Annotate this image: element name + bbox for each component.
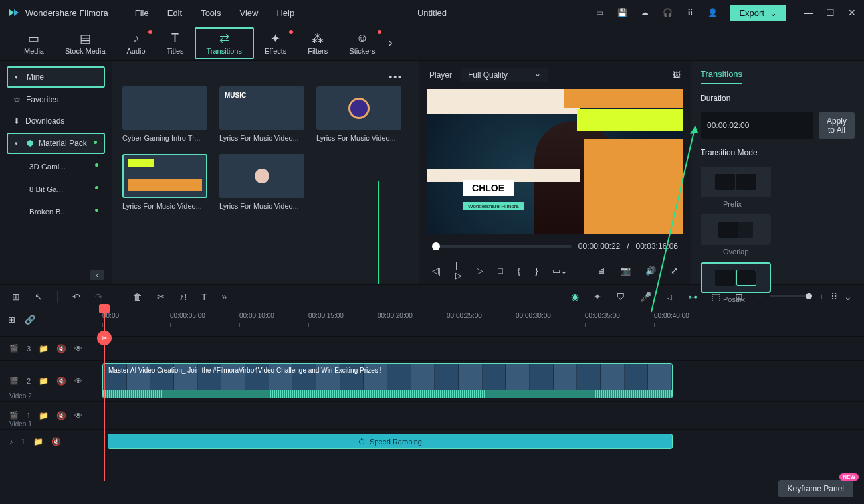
- menu-help[interactable]: Help: [276, 8, 294, 18]
- mark-in-button[interactable]: {: [518, 266, 520, 276]
- menu-view[interactable]: View: [239, 8, 258, 18]
- mute-icon[interactable]: 🔇: [56, 344, 66, 353]
- apply-all-button[interactable]: Apply to All: [819, 112, 855, 139]
- mute-icon[interactable]: 🔇: [56, 411, 66, 420]
- folder-icon[interactable]: 📁: [39, 377, 49, 386]
- visibility-icon[interactable]: 👁: [74, 411, 82, 420]
- visibility-icon[interactable]: 👁: [74, 344, 82, 353]
- tab-filters[interactable]: ⁂Filters: [297, 29, 338, 58]
- minimize-button[interactable]: —: [804, 7, 813, 18]
- ai-icon[interactable]: ◉: [571, 292, 579, 302]
- transition-thumb-selected[interactable]: Lyrics For Music Video...: [122, 154, 207, 210]
- play-button[interactable]: ▷: [477, 266, 483, 276]
- more-tools-icon[interactable]: »: [222, 292, 227, 302]
- redo-icon[interactable]: ↷: [95, 292, 103, 302]
- maximize-button[interactable]: ☐: [826, 7, 835, 18]
- display-icon[interactable]: 🖥: [597, 266, 605, 276]
- speed-ramping-clip[interactable]: ⏱Speed Ramping: [108, 434, 673, 449]
- seek-handle[interactable]: [432, 242, 440, 250]
- playhead-split-icon[interactable]: ✂: [97, 331, 112, 345]
- stop-button[interactable]: □: [498, 266, 503, 276]
- transition-thumb[interactable]: Lyrics For Music Video...: [219, 154, 304, 210]
- quality-dropdown[interactable]: Full Quality: [461, 68, 548, 82]
- tab-effects[interactable]: ✦Effects: [254, 29, 297, 58]
- snapshot-icon[interactable]: 🖼: [673, 70, 681, 80]
- device-icon[interactable]: ▭: [594, 7, 605, 18]
- tab-stock-media[interactable]: ▤Stock Media: [54, 29, 116, 58]
- close-button[interactable]: ✕: [848, 7, 856, 18]
- tabs-scroll-right[interactable]: ›: [388, 36, 392, 50]
- music-beat-icon[interactable]: ♪⁞: [179, 292, 187, 302]
- folder-icon[interactable]: 📁: [39, 411, 49, 420]
- mode-overlap[interactable]: Overlap: [701, 214, 855, 256]
- props-tab-transitions[interactable]: Transitions: [701, 69, 742, 84]
- sidebar-mine[interactable]: ▾Mine: [7, 66, 105, 88]
- track-add-icon[interactable]: ⊞: [8, 315, 15, 325]
- transition-thumb[interactable]: Lyrics For Music Video...: [316, 86, 401, 142]
- apps-icon[interactable]: ⠿: [685, 7, 695, 18]
- track-lane[interactable]: ⏱Speed Ramping: [92, 430, 864, 453]
- volume-icon[interactable]: 🔊: [645, 266, 656, 276]
- folder-icon[interactable]: 📁: [33, 437, 43, 446]
- effects-icon: ✦: [270, 31, 280, 46]
- magnet-icon[interactable]: ⊶: [688, 292, 697, 302]
- mode-prefix[interactable]: Prefix: [701, 167, 855, 208]
- layout-icon[interactable]: ⊞: [12, 292, 20, 302]
- preview-viewport[interactable]: CHLOE Wondershare Filmora: [427, 89, 683, 234]
- sidebar-sub-3d-gaming[interactable]: 3D Gami...: [7, 157, 105, 177]
- track-lane[interactable]: Master AI Video Creation_ Join the #Film…: [92, 361, 864, 401]
- export-button[interactable]: Export⌄: [730, 5, 786, 21]
- sparkle-icon[interactable]: ✦: [594, 292, 601, 302]
- playhead[interactable]: ✂: [104, 308, 105, 481]
- visibility-icon[interactable]: 👁: [74, 377, 82, 386]
- next-frame-button[interactable]: |▷: [455, 260, 462, 280]
- save-icon[interactable]: 💾: [617, 7, 627, 18]
- mute-icon[interactable]: 🔇: [51, 437, 61, 446]
- sidebar-material-pack[interactable]: ▾⬢Material Pack: [7, 133, 105, 154]
- transition-thumb[interactable]: Cyber Gaming Intro Tr...: [122, 86, 207, 142]
- shield-icon[interactable]: ⛉: [616, 292, 625, 302]
- folder-icon[interactable]: 📁: [39, 344, 49, 353]
- sidebar-collapse[interactable]: ‹: [90, 270, 104, 280]
- sidebar-sub-8bit[interactable]: 8 Bit Ga...: [7, 179, 105, 199]
- track-lane[interactable]: [92, 337, 864, 360]
- split-icon[interactable]: ✂: [157, 292, 165, 302]
- seek-slider[interactable]: [432, 245, 572, 248]
- account-icon[interactable]: 👤: [707, 7, 718, 18]
- tab-titles[interactable]: TTitles: [156, 29, 195, 58]
- ratio-button[interactable]: ▭⌄: [552, 266, 568, 276]
- undo-icon[interactable]: ↶: [72, 292, 80, 302]
- prev-frame-button[interactable]: ◁|: [432, 266, 441, 276]
- fullscreen-icon[interactable]: ⤢: [671, 266, 678, 276]
- mute-icon[interactable]: 🔇: [56, 377, 66, 386]
- text-icon[interactable]: T: [201, 292, 207, 302]
- cursor-icon[interactable]: ↖: [35, 292, 43, 302]
- delete-icon[interactable]: 🗑: [133, 292, 142, 302]
- link-icon[interactable]: 🔗: [25, 315, 35, 325]
- tab-audio[interactable]: ♪Audio: [116, 29, 156, 58]
- tab-stickers[interactable]: ☺Stickers: [338, 29, 385, 58]
- sidebar-favorites[interactable]: ☆Favorites: [7, 90, 105, 109]
- menu-edit[interactable]: Edit: [167, 8, 182, 18]
- camera-icon[interactable]: 📷: [620, 266, 631, 276]
- keyframe-panel-button[interactable]: Keyframe Panel NEW: [778, 480, 853, 497]
- mic-icon[interactable]: 🎤: [640, 292, 651, 302]
- zoom-slider[interactable]: [770, 295, 812, 297]
- transition-thumb[interactable]: Lyrics For Music Video...: [219, 86, 304, 142]
- sidebar-sub-broken[interactable]: Broken B...: [7, 202, 105, 222]
- more-icon[interactable]: •••: [389, 72, 403, 82]
- video-clip[interactable]: Master AI Video Creation_ Join the #Film…: [102, 363, 673, 398]
- caret-icon: ▾: [15, 140, 21, 147]
- mark-out-button[interactable]: }: [535, 266, 538, 276]
- sidebar-downloads[interactable]: ⬇Downloads: [7, 112, 105, 130]
- track-lane[interactable]: [92, 402, 864, 429]
- audio-tool-icon[interactable]: ♫: [666, 292, 673, 302]
- menu-tools[interactable]: Tools: [201, 8, 221, 18]
- duration-input[interactable]: [701, 112, 813, 139]
- menu-file[interactable]: File: [135, 8, 149, 18]
- headphones-icon[interactable]: 🎧: [662, 7, 673, 18]
- tab-transitions[interactable]: ⇄Transitions: [195, 27, 254, 59]
- cloud-icon[interactable]: ☁: [639, 7, 650, 18]
- time-ruler[interactable]: 00:00 00:00:05:00 00:00:10:00 00:00:15:0…: [92, 312, 864, 336]
- tab-media[interactable]: ▭Media: [13, 29, 54, 58]
